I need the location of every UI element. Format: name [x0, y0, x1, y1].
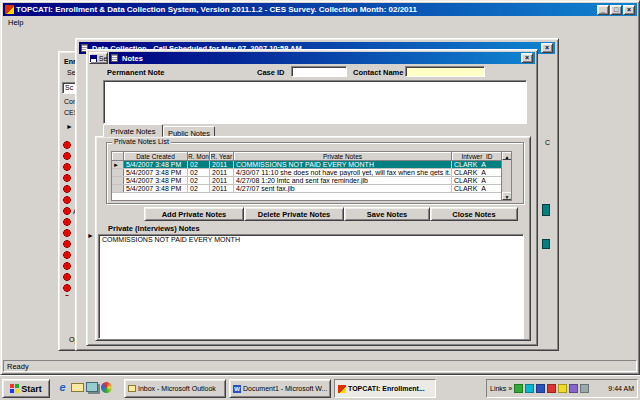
delete-private-notes-button[interactable]: Delete Private Notes: [244, 207, 344, 221]
tray-icon[interactable]: [514, 384, 523, 393]
start-label: Start: [21, 384, 42, 394]
taskbar-task-topcati[interactable]: TOPCATI: Enrollment...: [334, 379, 436, 398]
notes-window: Se Notes Permanent Note Case ID Contact …: [86, 49, 538, 346]
private-interviews-notes-textarea[interactable]: COMMISSIONS NOT PAID EVERY MONTH: [98, 234, 524, 339]
status-bar: Ready: [3, 360, 637, 372]
dc-right-marker: [542, 239, 550, 249]
maximize-icon[interactable]: [610, 5, 622, 15]
chevron-icon[interactable]: [508, 385, 512, 392]
quick-launch-outlook-icon[interactable]: [71, 383, 84, 392]
outlook-icon: [128, 385, 136, 392]
main-window: TOPCATI: Enrollment & Data Collection Sy…: [0, 0, 640, 375]
quick-launch-channels-icon[interactable]: [101, 382, 112, 393]
minimize-icon[interactable]: [597, 5, 609, 15]
private-interviews-notes-label: Private (Interviews) Notes: [108, 224, 200, 233]
contact-name-label: Contact Name: [353, 68, 403, 77]
case-id-label: Case ID: [257, 68, 285, 77]
dc-right-fragment: C: [545, 139, 550, 146]
cell-date-created: 5/4/2007 3:48 PM: [124, 177, 188, 184]
cell-interviewer-id: CLARK_A: [452, 169, 502, 176]
table-scrollbar[interactable]: [501, 152, 511, 200]
taskbar: Start e Inbox - Microsoft Outlook W Docu…: [0, 375, 640, 400]
scroll-down-icon[interactable]: [502, 192, 512, 200]
column-header[interactable]: Intvwer_ID: [452, 152, 502, 161]
quick-launch-desktop-icon[interactable]: [86, 382, 98, 392]
tray-icon[interactable]: [569, 384, 578, 393]
word-icon: W: [233, 385, 241, 393]
cell-r-year: 2011: [210, 177, 234, 184]
permanent-note-label: Permanent Note: [107, 68, 165, 77]
save-disk-icon: [90, 55, 97, 62]
tab-label: Private Notes: [110, 127, 155, 136]
private-notes-table: Date Created R. Mon R. Year Private Note…: [111, 151, 512, 201]
tab-private-notes[interactable]: Private Notes: [103, 124, 163, 137]
column-header[interactable]: Private Notes: [234, 152, 452, 161]
private-notes-list-group: Private Notes List Date Created R. Mon R…: [106, 142, 524, 204]
task-label: Document1 - Microsoft W...: [243, 385, 327, 392]
table-row[interactable]: 5/4/2007 3:48 PM 02 2011 4/27/07 sent fa…: [112, 185, 511, 193]
data-collection-window: Data Collection - Call Scheduled for May…: [75, 38, 559, 351]
cell-interviewer-id: CLARK_A: [452, 177, 502, 184]
case-id-field[interactable]: [291, 66, 347, 77]
system-tray: Links 9:44 AM: [486, 379, 638, 398]
column-header[interactable]: R. Year: [210, 152, 234, 161]
table-row[interactable]: 5/4/2007 3:48 PM 02 2011 4/27/08 1:20 lm…: [112, 177, 511, 185]
notes-title: Notes: [120, 54, 520, 63]
windows-logo-icon: [10, 384, 19, 393]
cell-r-year: 2011: [210, 185, 234, 192]
cell-r-mon: 02: [188, 169, 210, 176]
tray-icon[interactable]: [558, 384, 567, 393]
cell-r-year: 2011: [210, 169, 234, 176]
task-label: Inbox - Microsoft Outlook: [138, 385, 216, 392]
private-notes-tabpage: Private Notes List Date Created R. Mon R…: [95, 136, 531, 341]
taskbar-task-outlook[interactable]: Inbox - Microsoft Outlook: [124, 379, 226, 398]
current-record-arrow-icon: [113, 162, 119, 168]
cell-private-note: 4/27/07 sent fax.jlb: [234, 185, 452, 192]
contact-name-field[interactable]: [405, 66, 485, 77]
main-titlebar: TOPCATI: Enrollment & Data Collection Sy…: [3, 3, 637, 16]
notes-titlebar: Notes: [109, 52, 535, 64]
links-label[interactable]: Links: [490, 385, 506, 392]
permanent-note-textarea[interactable]: [103, 80, 527, 124]
tray-icon[interactable]: [536, 384, 545, 393]
save-notes-toolbar-button[interactable]: Se: [89, 52, 108, 64]
cell-private-note: 4/30/07 11:10 she does not have payroll …: [234, 169, 452, 176]
cell-private-note: COMMISSIONS NOT PAID EVERY MONTH: [234, 161, 452, 168]
record-selector-arrow-icon: [87, 232, 94, 239]
status-text: Ready: [4, 362, 29, 371]
row-marker: [112, 169, 124, 176]
cell-date-created: 5/4/2007 3:48 PM: [124, 185, 188, 192]
close-icon[interactable]: [623, 5, 635, 15]
close-icon[interactable]: [541, 43, 553, 53]
table-row[interactable]: 5/4/2007 3:48 PM 02 2011 COMMISSIONS NOT…: [112, 161, 511, 169]
column-header[interactable]: Date Created: [124, 152, 188, 161]
app-icon: [5, 5, 14, 14]
main-window-title: TOPCATI: Enrollment & Data Collection Sy…: [14, 5, 596, 14]
add-private-notes-button[interactable]: Add Private Notes: [144, 207, 244, 221]
cell-r-year: 2011: [210, 161, 234, 168]
table-row[interactable]: 5/4/2007 3:48 PM 02 2011 4/30/07 11:10 s…: [112, 169, 511, 177]
cell-interviewer-id: CLARK_A: [452, 185, 502, 192]
close-notes-button[interactable]: Close Notes: [430, 207, 518, 221]
quick-launch-ie-icon[interactable]: e: [56, 381, 69, 394]
save-notes-button[interactable]: Save Notes: [344, 207, 430, 221]
cell-private-note: 4/27/08 1:20 lmtc and sent fax reminder.…: [234, 177, 452, 184]
cell-r-mon: 02: [188, 161, 210, 168]
save-fragment-label: Se: [99, 55, 108, 62]
column-header[interactable]: R. Mon: [188, 152, 210, 161]
menu-bar: Help: [3, 17, 637, 29]
tray-icon[interactable]: [547, 384, 556, 393]
cell-date-created: 5/4/2007 3:48 PM: [124, 169, 188, 176]
marker-column-header: [112, 152, 124, 161]
task-label: TOPCATI: Enrollment...: [348, 385, 425, 392]
table-header: Date Created R. Mon R. Year Private Note…: [112, 152, 511, 161]
start-button[interactable]: Start: [2, 379, 50, 398]
tray-icon[interactable]: [525, 384, 534, 393]
close-icon[interactable]: [521, 53, 533, 63]
taskbar-task-word[interactable]: W Document1 - Microsoft W...: [229, 379, 331, 398]
menu-help[interactable]: Help: [3, 17, 28, 28]
cell-interviewer-id: CLARK_A: [452, 161, 502, 168]
scroll-up-icon[interactable]: [502, 152, 512, 160]
tray-icon[interactable]: [580, 384, 589, 393]
topcati-icon: [338, 385, 346, 393]
